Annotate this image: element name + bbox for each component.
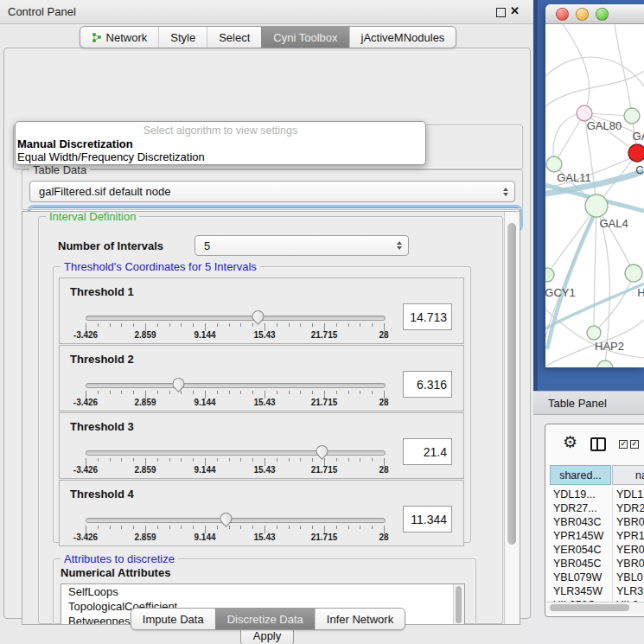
top-tab-group: Network Style Select Cyni Toolbox — [80, 26, 457, 48]
cell-shared-name[interactable]: YLR345W — [553, 584, 603, 598]
close-traffic-light-icon[interactable] — [556, 8, 569, 21]
cell-name[interactable]: YLR3 — [616, 584, 643, 598]
table-row[interactable]: YDR27... YDR2 — [546, 501, 644, 515]
tab-cyni-toolbox[interactable]: Cyni Toolbox — [261, 27, 348, 48]
threshold-value-field[interactable]: 6.316 — [403, 371, 452, 398]
cell-shared-name[interactable]: YBL079W — [553, 571, 602, 584]
node-label: GCY1 — [545, 286, 576, 299]
node-label: GAL4 — [599, 217, 628, 230]
threshold-slider[interactable]: -3.4262.8599.14415.4321.71528 — [60, 413, 405, 478]
table-panel-title: Table Panel — [548, 397, 607, 410]
threshold-row: Threshold 2 -3.4262.8599.14415.4321.7152… — [59, 345, 464, 411]
group-title: Interval Definition — [46, 211, 139, 223]
threshold-slider[interactable]: -3.4262.8599.14415.4321.71528 — [60, 278, 405, 343]
slider-track[interactable] — [86, 316, 386, 321]
cell-name[interactable]: YPR1 — [616, 529, 644, 543]
tab-infer-network[interactable]: Infer Network — [315, 609, 405, 629]
slider-track[interactable] — [86, 450, 386, 456]
table-row[interactable]: YBR045C YBR0 — [546, 557, 644, 571]
scale-tick-label: 28 — [379, 330, 388, 340]
threshold-row: Threshold 4 -3.4262.8599.14415.4321.7152… — [59, 480, 464, 546]
cell-name[interactable]: YBR0 — [616, 515, 644, 529]
combo-arrows-icon — [397, 241, 402, 250]
node-table: ⚙ ✓ ✓ shared... na YDL19... YDL1 YDR27..… — [545, 424, 644, 617]
cell-shared-name[interactable]: YBR043C — [553, 515, 602, 529]
cell-name[interactable]: YER0 — [616, 543, 644, 557]
list-item[interactable]: SelfLoops — [61, 584, 464, 599]
network-graph — [545, 24, 644, 367]
node-label: HAP2 — [595, 340, 624, 353]
cell-shared-name[interactable]: YBR045C — [553, 557, 602, 571]
threshold-row: Threshold 3 -3.4262.8599.14415.4321.7152… — [59, 412, 464, 479]
float-window-icon[interactable] — [496, 8, 506, 17]
cell-shared-name[interactable]: YDR27... — [553, 501, 597, 515]
tab-discretize-data[interactable]: Discretize Data — [215, 609, 315, 629]
node-label: GA — [633, 130, 644, 143]
num-intervals-select[interactable]: 5 — [194, 235, 409, 256]
column-header-name[interactable]: na — [612, 465, 644, 485]
scale-tick-label: 15.43 — [253, 330, 275, 340]
scale-tick-label: 28 — [379, 532, 388, 542]
cell-shared-name[interactable]: YDL19... — [553, 488, 596, 501]
scale-tick-label: 15.43 — [253, 465, 275, 475]
panel-scrollbar[interactable] — [504, 212, 520, 624]
tab-network[interactable]: Network — [80, 27, 159, 48]
threshold-value-field[interactable]: 14.713 — [403, 303, 452, 330]
table-row[interactable]: YBL079W YBL0 — [546, 571, 644, 584]
table-row[interactable]: YDL19... YDL1 — [546, 488, 644, 501]
table-data-select[interactable]: galFiltered.sif default node — [29, 181, 515, 202]
tab-label: Impute Data — [143, 613, 204, 626]
num-intervals-label: Number of Intervals — [58, 239, 163, 252]
cell-shared-name[interactable]: YER054C — [553, 543, 602, 557]
scale-tick-label: 2.859 — [134, 398, 156, 407]
tab-impute-data[interactable]: Impute Data — [131, 609, 215, 629]
slider-track[interactable] — [86, 518, 386, 523]
threshold-rows: Threshold 1 -3.4262.8599.14415.4321.7152… — [59, 277, 464, 547]
close-icon[interactable]: ✕ — [510, 4, 520, 17]
threshold-slider[interactable]: -3.4262.8599.14415.4321.71528 — [60, 481, 405, 545]
scale-tick-label: -3.426 — [73, 532, 98, 542]
table-h-scrollbar[interactable] — [546, 602, 644, 614]
dropdown-option-equal-width[interactable]: Equal Width/Frequency Discretization — [16, 150, 425, 163]
tab-select[interactable]: Select — [207, 27, 261, 48]
column-header-shared-name[interactable]: shared... — [550, 465, 611, 485]
dropdown-option-manual[interactable]: Manual Discretization — [16, 137, 425, 150]
table-row[interactable]: YER054C YER0 — [546, 543, 644, 557]
scale-tick-label: 21.715 — [311, 330, 338, 340]
node-label: H — [637, 286, 644, 299]
tab-label: Cyni Toolbox — [273, 31, 337, 44]
tab-label: jActiveMNodules — [361, 31, 445, 44]
bottom-tabbar: Impute Data Discretize Data Infer Networ… — [0, 608, 536, 630]
cell-shared-name[interactable]: YPR145W — [553, 529, 603, 543]
cell-name[interactable]: YBL0 — [616, 571, 643, 584]
window-edge-shadow — [533, 0, 538, 391]
table-row[interactable]: YLR345W YLR3 — [546, 584, 644, 598]
scale-tick-label: 28 — [379, 465, 388, 475]
tab-style[interactable]: Style — [158, 27, 207, 48]
checkbox-icon[interactable]: ✓ — [630, 440, 639, 449]
tab-jactivemnodules[interactable]: jActiveMNodules — [349, 27, 456, 48]
numerical-attributes-label: Numerical Attributes — [61, 566, 170, 579]
screen: Control Panel ✕ Network Style — [0, 0, 644, 644]
minimize-traffic-light-icon[interactable] — [576, 8, 589, 21]
scale-tick-label: 21.715 — [311, 465, 338, 475]
slider-track[interactable] — [86, 383, 386, 388]
table-row[interactable]: YBR043C YBR0 — [546, 515, 644, 529]
threshold-value-field[interactable]: 11.344 — [403, 506, 452, 532]
checkbox-icon[interactable]: ✓ — [619, 440, 628, 449]
table-data-group: Table Data galFiltered.sif default node — [22, 169, 523, 210]
cell-name[interactable]: YDR2 — [616, 501, 644, 515]
gear-icon[interactable]: ⚙ — [563, 431, 577, 454]
threshold-slider[interactable]: -3.4262.8599.14415.4321.71528 — [60, 346, 405, 411]
zoom-traffic-light-icon[interactable] — [596, 8, 609, 21]
threshold-value-field[interactable]: 21.4 — [403, 438, 452, 465]
network-canvas[interactable]: GAL80GACGAL11GAL4GCY1HHAP2 — [545, 24, 644, 367]
cell-name[interactable]: YBR0 — [616, 557, 644, 571]
slider-ticks — [86, 458, 384, 466]
table-row[interactable]: YPR145W YPR1 — [546, 529, 644, 543]
cell-name[interactable]: YDL1 — [616, 488, 643, 501]
bottom-tab-group: Impute Data Discretize Data Infer Networ… — [131, 608, 405, 630]
columns-icon[interactable] — [590, 437, 606, 451]
column-divider — [612, 488, 613, 602]
scale-tick-label: 9.144 — [194, 532, 215, 542]
